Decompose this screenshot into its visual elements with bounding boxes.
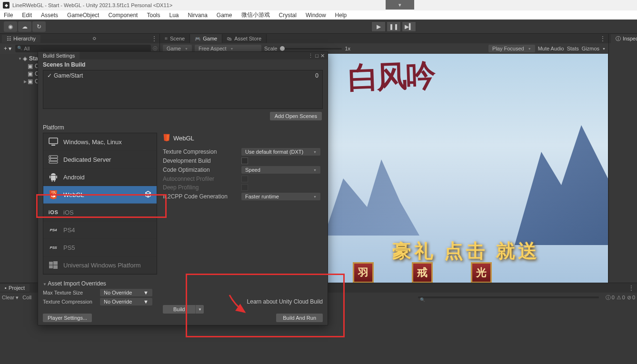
close-icon[interactable]: ✕: [320, 53, 325, 59]
menu-crystal[interactable]: Crystal: [279, 12, 297, 19]
mute-audio-toggle[interactable]: Mute Audio: [538, 46, 564, 51]
scene-entry[interactable]: ✓ Game/Start 0: [47, 72, 318, 79]
center-tabs: ⌗Scene 🎮Game 🛍Asset Store ⋮: [160, 34, 608, 43]
menu-game[interactable]: Game: [217, 12, 232, 19]
project-tab[interactable]: ▪ Project: [0, 284, 30, 292]
code-optimization-dropdown[interactable]: Speed▼: [241, 166, 320, 174]
account-icon[interactable]: ◉: [4, 21, 17, 32]
platform-dedicated-server[interactable]: Dedicated Server: [43, 151, 157, 168]
panel-menu-icon[interactable]: ⋮: [626, 285, 637, 291]
player-settings-button[interactable]: Player Settings...: [43, 314, 92, 322]
warning-count[interactable]: ⚠0: [617, 295, 625, 301]
menu-help[interactable]: Help: [335, 12, 347, 19]
texture-compression-override-dropdown[interactable]: No Override▼: [100, 298, 152, 305]
chevron-down-icon: ▼: [230, 47, 234, 50]
hierarchy-tab[interactable]: ☷ Hierarchy: [2, 35, 40, 43]
caret-icon[interactable]: ▶: [24, 79, 27, 84]
svg-rect-9: [52, 180, 53, 182]
chevron-down-icon[interactable]: ▼: [602, 47, 606, 50]
dropdown-label: Speed: [245, 167, 260, 173]
menu-assets[interactable]: Assets: [41, 12, 58, 19]
chevron-down-icon: ▼: [313, 195, 317, 198]
build-dropdown-caret[interactable]: ▼: [195, 305, 204, 314]
info-icon: ⓘ: [606, 294, 611, 301]
caret-icon[interactable]: ▼: [18, 57, 22, 61]
svg-rect-0: [49, 138, 58, 144]
svg-rect-1: [51, 145, 55, 146]
cloud-build-link[interactable]: Learn about Unity Cloud Build: [163, 298, 323, 305]
inspector-panel: ⓘ Inspect: [608, 34, 637, 301]
error-count[interactable]: ⊘0: [627, 295, 635, 301]
menu-lua[interactable]: Lua: [169, 12, 179, 19]
overrides-title[interactable]: Asset Import Overrides: [43, 280, 157, 287]
game-reward-button[interactable]: 羽: [353, 262, 374, 283]
game-reward-button[interactable]: 戒: [412, 262, 433, 283]
maximize-icon[interactable]: □: [315, 53, 318, 59]
platform-ps4[interactable]: PS4 PS4: [43, 221, 157, 239]
slider-knob[interactable]: [280, 46, 285, 51]
platform-ios[interactable]: iOS iOS: [43, 204, 157, 221]
history-icon[interactable]: ↻: [32, 21, 46, 32]
build-button-group: Build ▼: [163, 305, 323, 314]
menu-gameobject[interactable]: GameObject: [67, 12, 99, 19]
panel-menu-icon[interactable]: ⋮: [597, 35, 608, 42]
menu-wechat[interactable]: 微信小游戏: [241, 11, 270, 19]
platform-android[interactable]: Android: [43, 168, 157, 186]
add-open-scenes-button[interactable]: Add Open Scenes: [270, 112, 322, 120]
pause-button[interactable]: ❚❚: [387, 21, 401, 32]
scene-tab[interactable]: ⌗Scene: [160, 34, 190, 43]
platform-label: PS5: [63, 244, 75, 251]
ps4-icon: PS4: [48, 225, 59, 235]
max-texture-size-label: Max Texture Size: [43, 290, 100, 295]
platform-label: Dedicated Server: [63, 156, 111, 163]
inspector-tab[interactable]: ⓘ Inspect: [611, 34, 637, 43]
max-texture-size-dropdown[interactable]: No Override▼: [100, 289, 152, 296]
clear-button[interactable]: Clear ▾: [2, 295, 19, 301]
play-button[interactable]: ▶: [371, 21, 386, 32]
asset-store-tab-label: Asset Store: [234, 36, 261, 41]
texture-compression-dropdown[interactable]: Use default format (DXT)▼: [241, 148, 320, 156]
menu-edit[interactable]: Edit: [22, 12, 32, 19]
game-tab[interactable]: 🎮Game: [190, 34, 222, 43]
menu-window[interactable]: Window: [306, 12, 326, 19]
menu-component[interactable]: Component: [108, 12, 138, 19]
dropdown-label: No Override: [104, 299, 132, 305]
game-title-art: 白风吟: [348, 55, 435, 99]
project-tab-label: Project: [9, 285, 25, 291]
svg-rect-8: [56, 176, 57, 178]
svg-rect-7: [50, 176, 50, 178]
dropdown-label: Faster runtime: [245, 194, 279, 199]
lock-icon[interactable]: ⭘: [92, 35, 98, 42]
development-build-checkbox[interactable]: [241, 157, 248, 164]
platform-uwp[interactable]: Universal Windows Platform: [43, 256, 157, 274]
menu-tools[interactable]: Tools: [147, 12, 160, 19]
menu-file[interactable]: File: [4, 12, 13, 19]
platform-windows[interactable]: Windows, Mac, Linux: [43, 133, 157, 151]
build-settings-tab[interactable]: Build Settings: [38, 52, 80, 59]
platform-label: Windows, Mac, Linux: [63, 138, 122, 146]
platform-webgl[interactable]: HTML WebGL: [43, 186, 157, 204]
game-reward-button[interactable]: 光: [471, 262, 492, 283]
stats-toggle[interactable]: Stats: [567, 46, 579, 51]
collapse-button[interactable]: Coll: [22, 295, 31, 300]
step-button[interactable]: ▶▍: [402, 21, 416, 32]
cloud-icon[interactable]: ☁: [18, 21, 31, 32]
platform-ps5[interactable]: PS5 PS5: [43, 239, 157, 256]
build-button[interactable]: Build: [163, 305, 195, 314]
titlebar-dropdown-icon[interactable]: ▾: [386, 0, 414, 10]
gizmos-toggle[interactable]: Gizmos: [582, 46, 599, 51]
search-clear-icon[interactable]: ⦾: [153, 45, 158, 52]
build-and-run-button[interactable]: Build And Run: [276, 314, 323, 322]
menu-nirvana[interactable]: Nirvana: [188, 12, 208, 19]
asset-store-tab[interactable]: 🛍Asset Store: [222, 34, 267, 43]
play-focused-dropdown[interactable]: Play Focused▼: [488, 45, 535, 52]
scale-slider[interactable]: [280, 48, 342, 49]
info-count[interactable]: ⓘ0: [606, 294, 615, 301]
hierarchy-icon: ☷: [7, 36, 11, 42]
il2cpp-dropdown[interactable]: Faster runtime▼: [241, 193, 320, 200]
panel-menu-icon[interactable]: ⋮: [151, 35, 158, 42]
project-search-input[interactable]: [418, 296, 599, 298]
scenes-list[interactable]: ✓ Game/Start 0: [43, 70, 323, 109]
panel-menu-icon[interactable]: ⋮: [308, 53, 313, 59]
hierarchy-add-button[interactable]: + ▾: [2, 45, 13, 52]
